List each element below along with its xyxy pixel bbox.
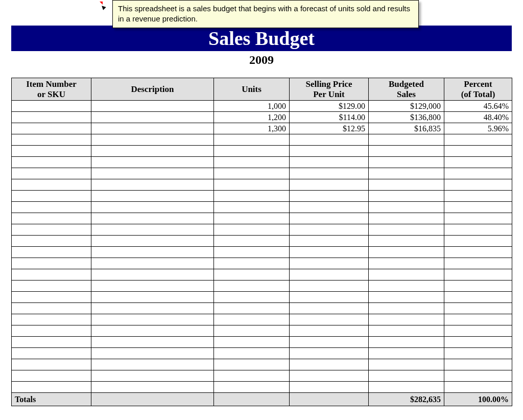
cell-sku[interactable] bbox=[12, 213, 91, 224]
cell-sku[interactable] bbox=[12, 134, 91, 146]
cell-pct[interactable] bbox=[444, 247, 512, 258]
cell-sku[interactable] bbox=[12, 157, 91, 168]
cell-price[interactable] bbox=[290, 269, 369, 281]
cell-units[interactable] bbox=[214, 258, 290, 269]
cell-pct[interactable] bbox=[444, 236, 512, 247]
cell-sku[interactable] bbox=[12, 359, 91, 370]
sales-table[interactable]: Item Numberor SKU Description Units Sell… bbox=[11, 78, 512, 406]
cell-price[interactable] bbox=[290, 146, 369, 157]
cell-price[interactable] bbox=[290, 179, 369, 191]
cell-pct[interactable] bbox=[444, 359, 512, 370]
cell-price[interactable] bbox=[290, 202, 369, 213]
cell-sku[interactable] bbox=[12, 146, 91, 157]
cell-price[interactable] bbox=[290, 168, 369, 179]
cell-units[interactable] bbox=[214, 168, 290, 179]
cell-desc[interactable] bbox=[91, 303, 214, 314]
cell-price[interactable] bbox=[290, 134, 369, 146]
cell-units[interactable] bbox=[214, 213, 290, 224]
cell-pct[interactable] bbox=[444, 202, 512, 213]
cell-desc[interactable] bbox=[91, 292, 214, 303]
cell-sales[interactable] bbox=[369, 258, 444, 269]
cell-price[interactable] bbox=[290, 258, 369, 269]
cell-units[interactable]: 1,000 bbox=[214, 101, 290, 112]
cell-sales[interactable] bbox=[369, 134, 444, 146]
cell-desc[interactable] bbox=[91, 348, 214, 359]
cell-sku[interactable] bbox=[12, 191, 91, 202]
cell-pct[interactable]: 5.96% bbox=[444, 123, 512, 134]
cell-sku[interactable] bbox=[12, 247, 91, 258]
cell-units[interactable] bbox=[214, 146, 290, 157]
cell-price[interactable] bbox=[290, 247, 369, 258]
cell-desc[interactable] bbox=[91, 101, 214, 112]
cell-pct[interactable] bbox=[444, 337, 512, 348]
cell-sales[interactable] bbox=[369, 359, 444, 370]
cell-sku[interactable] bbox=[12, 236, 91, 247]
cell-desc[interactable] bbox=[91, 123, 214, 134]
cell-units[interactable] bbox=[214, 224, 290, 236]
cell-sku[interactable] bbox=[12, 292, 91, 303]
cell-pct[interactable] bbox=[444, 314, 512, 325]
cell-pct[interactable] bbox=[444, 258, 512, 269]
cell-desc[interactable] bbox=[91, 112, 214, 123]
cell-sku[interactable] bbox=[12, 112, 91, 123]
cell-sku[interactable] bbox=[12, 202, 91, 213]
cell-pct[interactable] bbox=[444, 146, 512, 157]
cell-pct[interactable] bbox=[444, 269, 512, 281]
cell-units[interactable] bbox=[214, 191, 290, 202]
col-header-sku[interactable]: Item Numberor SKU bbox=[12, 78, 91, 101]
cell-sku[interactable] bbox=[12, 123, 91, 134]
cell-units[interactable]: 1,200 bbox=[214, 112, 290, 123]
cell-units[interactable] bbox=[214, 337, 290, 348]
cell-sales[interactable] bbox=[369, 213, 444, 224]
totals-label[interactable]: Totals bbox=[12, 393, 91, 406]
cell-desc[interactable] bbox=[91, 247, 214, 258]
cell-sales[interactable] bbox=[369, 202, 444, 213]
col-header-price[interactable]: Selling PricePer Unit bbox=[290, 78, 369, 101]
cell-desc[interactable] bbox=[91, 157, 214, 168]
cell-units[interactable] bbox=[214, 269, 290, 281]
totals-units[interactable] bbox=[214, 393, 290, 406]
cell-price[interactable] bbox=[290, 281, 369, 292]
cell-pct[interactable] bbox=[444, 325, 512, 337]
cell-sku[interactable] bbox=[12, 179, 91, 191]
cell-desc[interactable] bbox=[91, 269, 214, 281]
cell-units[interactable] bbox=[214, 314, 290, 325]
cell-units[interactable] bbox=[214, 370, 290, 382]
totals-pct[interactable]: 100.00% bbox=[444, 393, 512, 406]
cell-desc[interactable] bbox=[91, 202, 214, 213]
cell-sku[interactable] bbox=[12, 258, 91, 269]
cell-sku[interactable] bbox=[12, 303, 91, 314]
cell-price[interactable] bbox=[290, 224, 369, 236]
cell-desc[interactable] bbox=[91, 325, 214, 337]
cell-desc[interactable] bbox=[91, 258, 214, 269]
cell-price[interactable] bbox=[290, 370, 369, 382]
cell-pct[interactable] bbox=[444, 303, 512, 314]
cell-sales[interactable] bbox=[369, 146, 444, 157]
cell-units[interactable] bbox=[214, 348, 290, 359]
cell-sales[interactable] bbox=[369, 236, 444, 247]
cell-units[interactable] bbox=[214, 325, 290, 337]
cell-price[interactable] bbox=[290, 191, 369, 202]
col-header-sales[interactable]: BudgetedSales bbox=[369, 78, 444, 101]
col-header-pct[interactable]: Percent(of Total) bbox=[444, 78, 512, 101]
cell-desc[interactable] bbox=[91, 281, 214, 292]
cell-desc[interactable] bbox=[91, 382, 214, 393]
cell-price[interactable] bbox=[290, 292, 369, 303]
cell-pct[interactable]: 48.40% bbox=[444, 112, 512, 123]
cell-sales[interactable] bbox=[369, 157, 444, 168]
cell-desc[interactable] bbox=[91, 337, 214, 348]
cell-units[interactable] bbox=[214, 202, 290, 213]
cell-price[interactable] bbox=[290, 236, 369, 247]
cell-sku[interactable] bbox=[12, 281, 91, 292]
cell-pct[interactable] bbox=[444, 382, 512, 393]
cell-price[interactable]: $12.95 bbox=[290, 123, 369, 134]
cell-units[interactable] bbox=[214, 247, 290, 258]
cell-desc[interactable] bbox=[91, 236, 214, 247]
cell-sales[interactable] bbox=[369, 303, 444, 314]
cell-pct[interactable] bbox=[444, 168, 512, 179]
cell-sales[interactable]: $129,000 bbox=[369, 101, 444, 112]
cell-price[interactable]: $114.00 bbox=[290, 112, 369, 123]
cell-pct[interactable] bbox=[444, 370, 512, 382]
cell-pct[interactable] bbox=[444, 191, 512, 202]
cell-units[interactable] bbox=[214, 292, 290, 303]
